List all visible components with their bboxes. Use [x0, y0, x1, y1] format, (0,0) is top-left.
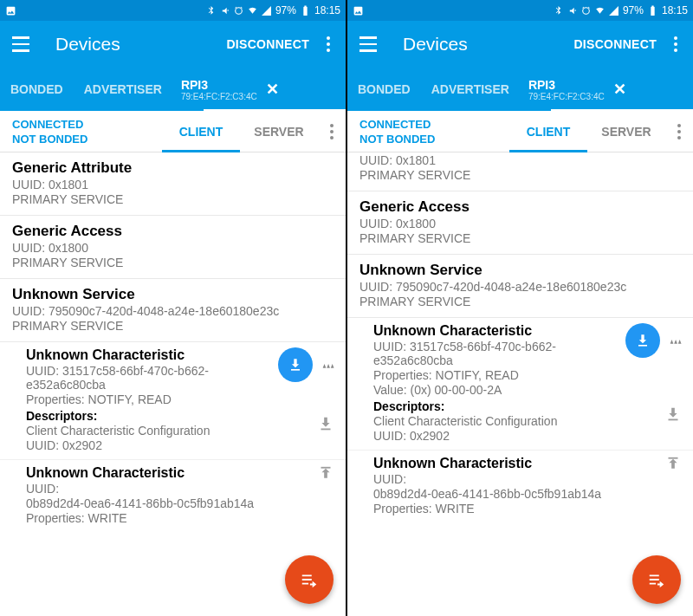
time-text: 18:15 [314, 4, 340, 16]
descriptor-uuid: UUID: 0x2902 [26, 438, 334, 452]
descriptor-read-icon[interactable] [664, 405, 683, 424]
service-type: PRIMARY SERVICE [12, 319, 334, 333]
app-title: Devices [403, 34, 573, 55]
app-bar: Devices DISCONNECT [0, 21, 346, 68]
app-bar: Devices DISCONNECT [347, 21, 693, 68]
char-uuid: 0b89d2d4-0ea6-4141-86bb-0c5fb91ab14a [26, 496, 295, 510]
descriptor-ccc: Client Characteristic Configuration [26, 424, 334, 438]
service-unknown[interactable]: Unknown Service UUID: 795090c7-420d-4048… [0, 279, 346, 342]
char-properties: Properties: WRITE [26, 511, 334, 525]
left-screenshot: 97% 18:15 Devices DISCONNECT BONDED ADVE… [0, 0, 346, 616]
status-bar: 97% 18:15 [347, 0, 693, 21]
char-uuid-label: UUID: [26, 482, 334, 496]
descriptors-label: Descriptors: [26, 409, 334, 423]
service-generic-attribute[interactable]: Generic Attribute UUID: 0x1801 PRIMARY S… [0, 152, 346, 216]
sub-bar: CONNECTED NOT BONDED CLIENT SERVER [347, 111, 693, 152]
service-type: PRIMARY SERVICE [359, 295, 681, 308]
char-name: Unknown Characteristic [26, 465, 334, 481]
sub-overflow-icon[interactable] [318, 124, 346, 139]
service-type: PRIMARY SERVICE [12, 256, 334, 269]
tab-client[interactable]: CLIENT [509, 111, 587, 152]
close-tab-icon[interactable]: ✕ [605, 80, 636, 99]
char-properties: Properties: NOTIFY, READ [26, 392, 334, 406]
overflow-menu-icon[interactable] [658, 36, 693, 52]
write-icon[interactable] [664, 456, 683, 475]
menu-icon[interactable] [12, 36, 36, 52]
characteristic-write[interactable]: Unknown Characteristic UUID: 0b89d2d4-0e… [347, 451, 693, 522]
overflow-menu-icon[interactable] [311, 36, 346, 52]
disconnect-button[interactable]: DISCONNECT [573, 37, 657, 51]
tab-advertiser[interactable]: ADVERTISER [74, 68, 172, 111]
descriptor-read-icon[interactable] [316, 414, 335, 433]
svg-rect-1 [321, 429, 331, 431]
app-title: Devices [55, 34, 226, 55]
service-type: PRIMARY SERVICE [359, 168, 681, 182]
menu-icon[interactable] [359, 36, 384, 52]
tab-client[interactable]: CLIENT [162, 111, 240, 152]
service-generic-access[interactable]: Generic Access UUID: 0x1800 PRIMARY SERV… [0, 216, 346, 279]
char-name: Unknown Characteristic [373, 456, 681, 471]
notify-toggle-icon[interactable] [320, 355, 339, 374]
battery-text: 97% [275, 4, 296, 16]
connection-state: CONNECTED [12, 117, 87, 132]
service-name: Generic Access [359, 198, 681, 216]
service-name: Unknown Service [12, 286, 334, 303]
svg-rect-2 [321, 467, 331, 469]
tab-advertiser[interactable]: ADVERTISER [421, 68, 520, 111]
image-icon [353, 5, 364, 16]
fab-log-button[interactable] [632, 555, 681, 604]
right-screenshot: 97% 18:15 Devices DISCONNECT BONDED ADVE… [347, 0, 693, 616]
connection-state: CONNECTED [359, 117, 435, 132]
char-properties: Properties: WRITE [373, 502, 681, 515]
tab-bar: BONDED ADVERTISER RPI3 79:E4:FC:F2:C3:4C… [0, 68, 346, 111]
write-icon[interactable] [316, 465, 335, 484]
characteristic-notify-read[interactable]: Unknown Characteristic UUID: 31517c58-66… [347, 318, 693, 451]
char-properties: Properties: NOTIFY, READ [373, 368, 681, 382]
bluetooth-icon [553, 5, 564, 16]
tab-server[interactable]: SERVER [240, 111, 318, 152]
svg-rect-4 [669, 419, 678, 421]
tab-server[interactable]: SERVER [587, 111, 665, 152]
bond-state: NOT BONDED [12, 132, 87, 146]
service-generic-attribute-partial[interactable]: UUID: 0x1801 PRIMARY SERVICE [347, 153, 693, 191]
service-uuid: UUID: 0x1800 [12, 241, 334, 255]
read-button[interactable] [278, 347, 313, 382]
service-uuid: UUID: 0x1800 [359, 217, 681, 230]
disconnect-button[interactable]: DISCONNECT [226, 37, 309, 51]
descriptors-label: Descriptors: [373, 399, 681, 413]
time-text: 18:15 [662, 4, 688, 16]
bond-state: NOT BONDED [359, 132, 435, 146]
svg-rect-3 [638, 345, 647, 347]
tab-device-mac: 79:E4:FC:F2:C3:4C [528, 92, 605, 101]
sub-overflow-icon[interactable] [665, 124, 693, 139]
read-button[interactable] [625, 323, 660, 358]
char-uuid-label: UUID: [373, 472, 681, 486]
tab-bonded[interactable]: BONDED [347, 68, 421, 111]
service-list[interactable]: Generic Attribute UUID: 0x1801 PRIMARY S… [0, 152, 346, 532]
service-generic-access[interactable]: Generic Access UUID: 0x1800 PRIMARY SERV… [347, 191, 693, 255]
char-value: Value: (0x) 00-00-00-2A [373, 383, 681, 397]
service-uuid: UUID: 795090c7-420d-4048-a24e-18e60180e2… [12, 304, 334, 318]
service-name: Generic Access [12, 223, 334, 240]
signal-icon [608, 5, 619, 16]
service-unknown[interactable]: Unknown Service UUID: 795090c7-420d-4048… [347, 255, 693, 318]
tab-device[interactable]: RPI3 79:E4:FC:F2:C3:4C ✕ [520, 78, 693, 101]
signal-icon [261, 5, 272, 16]
wifi-icon [247, 5, 258, 16]
service-list[interactable]: UUID: 0x1801 PRIMARY SERVICE Generic Acc… [347, 152, 693, 522]
tab-bonded[interactable]: BONDED [0, 68, 74, 111]
bluetooth-icon [205, 5, 217, 16]
characteristic-write[interactable]: Unknown Characteristic UUID: 0b89d2d4-0e… [0, 460, 346, 532]
sub-bar: CONNECTED NOT BONDED CLIENT SERVER [0, 111, 346, 152]
tab-device[interactable]: RPI3 79:E4:FC:F2:C3:4C ✕ [172, 78, 346, 101]
wifi-icon [594, 5, 606, 16]
tab-device-name: RPI3 [528, 78, 605, 92]
characteristic-notify-read[interactable]: Unknown Characteristic UUID: 31517c58-66… [0, 342, 346, 460]
service-name: Unknown Service [359, 262, 681, 279]
fab-log-button[interactable] [285, 555, 334, 604]
notify-toggle-icon[interactable] [667, 331, 686, 350]
char-uuid: UUID: 31517c58-66bf-470c-b662-e352a6c80c… [26, 364, 269, 392]
mute-icon [567, 5, 578, 16]
close-tab-icon[interactable]: ✕ [257, 80, 288, 99]
image-icon [5, 5, 16, 16]
